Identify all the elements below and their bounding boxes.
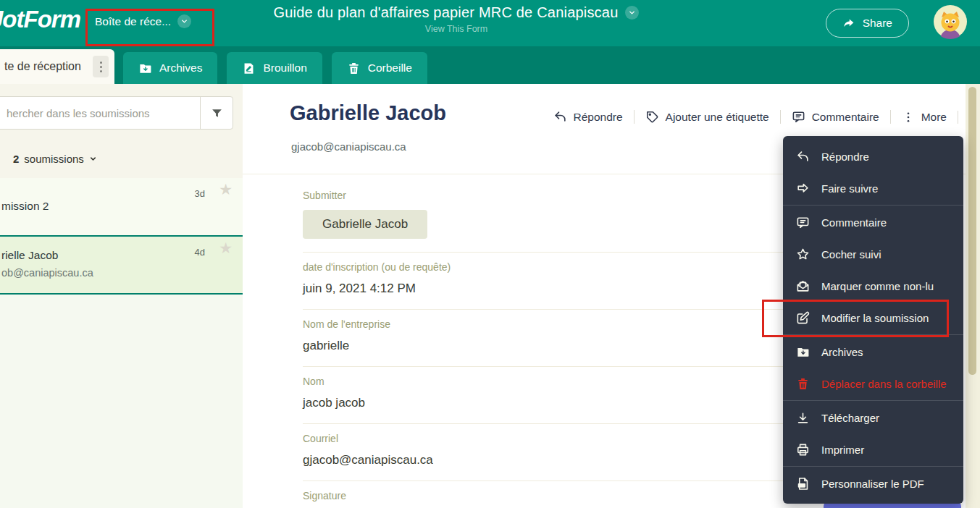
action-label: Ajouter une étiquette	[666, 111, 769, 124]
filter-icon	[211, 107, 223, 119]
menu-divider	[783, 400, 963, 401]
submission-list-item[interactable]: 3d ★ mission 2	[0, 178, 243, 235]
draft-icon	[242, 62, 256, 75]
share-icon	[842, 17, 855, 30]
search-box	[0, 96, 233, 130]
tab-bar: te de réception Archives Brouillon Corbe…	[0, 46, 980, 84]
menu-item[interactable]: Télécharger	[783, 402, 963, 433]
submitter-name-heading: Gabrielle Jacob	[290, 101, 446, 125]
tab-inbox-label: te de réception	[4, 60, 93, 73]
submission-age: 3d	[195, 188, 205, 199]
menu-item-label: Télécharger	[821, 412, 879, 424]
comment-icon	[792, 110, 805, 124]
menu-item[interactable]: Déplacer dans la corbeille	[783, 368, 963, 399]
action-label: More	[921, 111, 947, 124]
menu-item[interactable]: Modifier la soumission	[783, 302, 963, 334]
menu-item[interactable]: Archives	[783, 336, 963, 368]
search-input[interactable]	[0, 97, 200, 129]
submission-title: mission 2	[1, 200, 177, 213]
chevron-down-icon	[177, 14, 191, 28]
download-icon	[796, 411, 810, 425]
submission-count[interactable]: 2 soumissions	[13, 153, 97, 165]
menu-item-label: Répondre	[821, 151, 869, 163]
folder-tab[interactable]: Brouillon	[227, 52, 322, 84]
submission-count-number: 2	[13, 153, 19, 165]
view-this-form-link[interactable]: View This Form	[217, 24, 695, 34]
menu-item-label: Personnaliser le PDF	[821, 478, 924, 490]
menu-item-label: Commentaire	[821, 216, 887, 229]
share-button[interactable]: Share	[826, 9, 909, 38]
action-label: Répondre	[574, 111, 623, 124]
menu-item-label: Modifier la soumission	[821, 312, 929, 324]
trash-icon	[347, 62, 361, 75]
jotform-logo[interactable]: JotForm	[0, 6, 80, 33]
menu-item-label: Déplacer dans la corbeille	[821, 378, 947, 390]
menu-item[interactable]: Cocher suivi	[783, 238, 963, 270]
star-icon[interactable]: ★	[219, 182, 233, 197]
menu-item-label: Faire suivre	[821, 182, 878, 195]
jotform-inbox-app: JotForm Boîte de réce... Guide du plan d…	[0, 0, 980, 508]
form-title: Guide du plan d'affaires papier MRC de C…	[274, 4, 619, 21]
folder-tabs: Archives Brouillon Corbeille	[123, 52, 427, 84]
folder-tab-label: Corbeille	[368, 62, 412, 75]
edit-icon	[796, 311, 810, 325]
menu-item[interactable]: Marquer comme non-lu	[783, 270, 963, 302]
folder-tab[interactable]: Archives	[123, 52, 217, 84]
chevron-down-icon[interactable]	[625, 6, 639, 20]
menu-divider	[783, 334, 963, 335]
submission-list: 3d ★ mission 2 4d ★ rielle Jacob ob@cani…	[0, 178, 243, 508]
tab-inbox[interactable]: te de réception	[0, 49, 114, 84]
submitter-email: gjacob@caniapiscau.ca	[291, 140, 406, 153]
chevron-down-icon	[89, 155, 97, 163]
scrollbar[interactable]	[966, 84, 980, 508]
menu-item-label: Archives	[821, 346, 863, 358]
action-button[interactable]: Répondre	[543, 110, 635, 124]
archive-folder-icon	[796, 345, 810, 359]
star-icon[interactable]: ★	[219, 240, 233, 255]
inbox-switcher[interactable]: Boîte de réce...	[95, 14, 191, 28]
trash-icon	[796, 377, 810, 391]
scrollbar-thumb[interactable]	[968, 87, 976, 375]
menu-divider	[783, 205, 963, 206]
kebab-menu-icon[interactable]	[93, 56, 109, 77]
folder-tab-label: Brouillon	[263, 62, 306, 75]
submission-actions: Répondre Ajouter une étiquette Commentai…	[543, 110, 959, 124]
submission-title: rielle Jacob	[1, 249, 177, 262]
mail-unread-icon	[796, 279, 810, 293]
menu-item-label: Imprimer	[821, 444, 864, 456]
menu-item[interactable]: Imprimer	[783, 433, 963, 465]
folder-tab[interactable]: Corbeille	[332, 52, 427, 84]
pdf-icon: PDF	[796, 477, 810, 491]
avatar[interactable]	[933, 4, 968, 39]
menu-item[interactable]: Faire suivre	[783, 172, 963, 204]
filter-button[interactable]	[200, 97, 233, 129]
submission-list-item[interactable]: 4d ★ rielle Jacob ob@caniapiscau.ca	[0, 235, 243, 295]
archive-folder-icon	[138, 62, 152, 75]
action-button[interactable]: More	[891, 111, 958, 124]
action-label: Commentaire	[812, 111, 879, 124]
menu-item[interactable]: Commentaire	[783, 206, 963, 238]
action-button[interactable]: Ajouter une étiquette	[635, 110, 781, 124]
more-dropdown-menu: Répondre Faire suivre Commentaire	[783, 136, 963, 504]
menu-item[interactable]: PDF Personnaliser le PDF	[783, 467, 963, 499]
submission-age: 4d	[195, 247, 205, 258]
app-header: JotForm Boîte de réce... Guide du plan d…	[0, 0, 980, 46]
reply-icon	[553, 110, 567, 124]
tag-icon	[645, 110, 659, 124]
form-title-wrap: Guide du plan d'affaires papier MRC de C…	[217, 4, 695, 34]
field-value: Gabrielle Jacob	[303, 210, 427, 239]
more-icon	[902, 111, 915, 124]
svg-text:PDF: PDF	[799, 484, 805, 487]
star-icon	[796, 247, 810, 261]
menu-item-label: Cocher suivi	[821, 248, 881, 261]
menu-item[interactable]: Répondre	[783, 140, 963, 172]
forward-icon	[796, 182, 810, 195]
submission-count-label: soumissions	[24, 153, 84, 165]
submission-email: ob@caniapiscau.ca	[1, 267, 177, 279]
reply-icon	[796, 150, 810, 164]
action-button[interactable]: Commentaire	[781, 110, 891, 124]
share-label: Share	[863, 17, 892, 30]
menu-item-label: Marquer comme non-lu	[821, 280, 934, 292]
comment-icon	[796, 216, 810, 229]
menu-divider	[783, 466, 963, 467]
